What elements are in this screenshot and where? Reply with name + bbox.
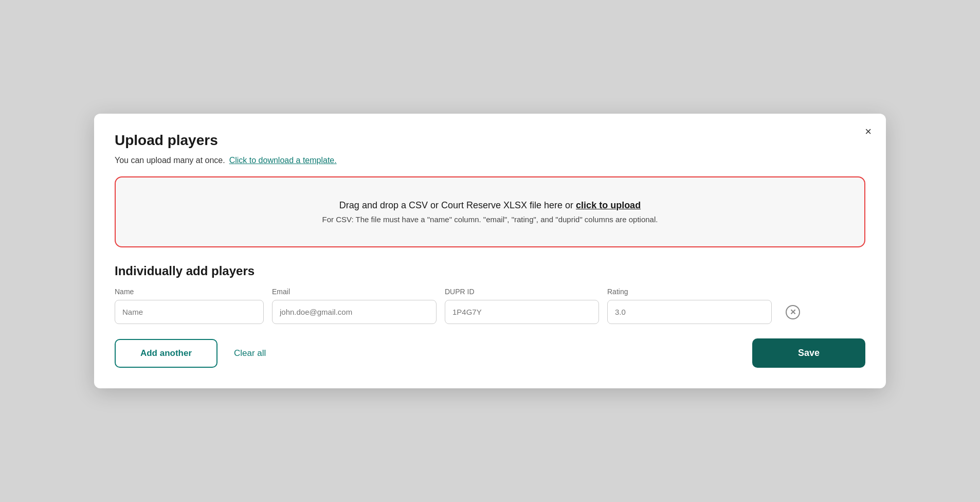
modal-dialog: × Upload players You can upload many at …	[94, 114, 886, 388]
dropzone-main-text: Drag and drop a CSV or Court Reserve XLS…	[126, 200, 854, 211]
backdrop: × Upload players You can upload many at …	[0, 0, 980, 502]
subtitle-row: You can upload many at once. Click to do…	[115, 156, 865, 165]
player-input-row: ✕	[115, 300, 865, 324]
clear-all-button[interactable]: Clear all	[234, 346, 266, 361]
close-button[interactable]: ×	[863, 124, 874, 139]
email-column-label: Email	[272, 288, 437, 296]
rating-input[interactable]	[607, 300, 772, 324]
fields-header: Name Email DUPR ID Rating	[115, 288, 865, 296]
dupr-input[interactable]	[445, 300, 599, 324]
modal-title: Upload players	[115, 132, 865, 149]
upload-click-link[interactable]: click to upload	[576, 200, 641, 210]
dropzone-sub-text: For CSV: The file must have a "name" col…	[126, 215, 854, 224]
email-input[interactable]	[272, 300, 437, 324]
subtitle-text: You can upload many at once.	[115, 156, 225, 165]
name-input[interactable]	[115, 300, 264, 324]
dupr-column-label: DUPR ID	[445, 288, 599, 296]
circle-x-icon: ✕	[786, 305, 800, 319]
save-button[interactable]: Save	[752, 338, 865, 368]
rating-column-label: Rating	[607, 288, 772, 296]
name-column-label: Name	[115, 288, 264, 296]
file-dropzone[interactable]: Drag and drop a CSV or Court Reserve XLS…	[115, 176, 865, 247]
add-another-button[interactable]: Add another	[115, 339, 217, 368]
remove-row-button[interactable]: ✕	[780, 305, 806, 319]
remove-column-label	[780, 288, 806, 296]
individual-section-title: Individually add players	[115, 264, 865, 278]
template-download-link[interactable]: Click to download a template.	[229, 156, 337, 165]
actions-row: Add another Clear all Save	[115, 338, 865, 368]
